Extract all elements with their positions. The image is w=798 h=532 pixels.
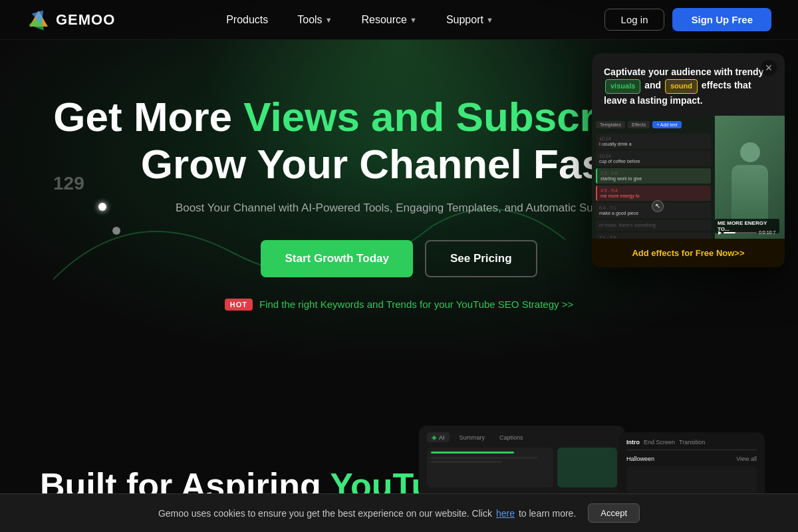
signup-button[interactable]: Sign Up Free	[672, 8, 771, 31]
video-card-tabs: ◈ AI Summary Captions	[427, 432, 617, 442]
end-screen-tab[interactable]: End Screen	[644, 439, 675, 446]
nav-support[interactable]: Support ▼	[434, 9, 505, 31]
start-growth-button[interactable]: Start Growth Today	[261, 240, 412, 277]
ai-tab[interactable]: ◈ AI	[427, 432, 450, 442]
captions-tab[interactable]: Captions	[495, 433, 528, 442]
transition-tab[interactable]: Transition	[679, 439, 705, 446]
cookie-link[interactable]: here	[496, 508, 515, 519]
see-pricing-button[interactable]: See Pricing	[425, 240, 537, 277]
popup-tag-sound: sound	[665, 79, 698, 94]
cookie-banner: Gemoo uses cookies to ensure you get the…	[0, 493, 798, 532]
summary-tab[interactable]: Summary	[455, 433, 490, 442]
login-button[interactable]: Log in	[604, 9, 665, 31]
popup-subtitle-editor: Templates Effects + Add text 10:14 I usu…	[592, 116, 715, 239]
logo-icon	[27, 8, 51, 32]
popup-header: Captivate your audience with trendy visu…	[592, 53, 785, 116]
halloween-label: Halloween	[626, 456, 654, 462]
popup-cta-button[interactable]: Add effects for Free Now>>	[632, 248, 744, 258]
nav-products[interactable]: Products	[214, 9, 280, 31]
popup-cta-area: Add effects for Free Now>>	[592, 239, 785, 267]
logo[interactable]: GEMOO	[27, 8, 115, 32]
video-card-secondary-tabs: Intro End Screen Transition	[626, 439, 757, 450]
nav-resource[interactable]: Resource ▼	[350, 9, 429, 31]
intro-tab[interactable]: Intro	[626, 439, 640, 446]
popup-overlay: × Captivate your audience with trendy vi…	[592, 53, 785, 267]
popup-person-image: ME MORE ENERGY TO... ▶ 0:0:10:7	[715, 116, 785, 239]
resource-arrow-icon: ▼	[410, 16, 417, 24]
popup-tag-visuals: visuals	[605, 79, 640, 94]
nav-links: Products Tools ▼ Resource ▼ Support ▼	[214, 9, 505, 31]
hero-hot-link: HOT Find the right Keywords and Trends f…	[53, 299, 745, 311]
popup-close-button[interactable]: ×	[761, 60, 777, 76]
cookie-accept-button[interactable]: Accept	[588, 503, 640, 523]
view-all-link[interactable]: View all	[736, 456, 757, 462]
hero-section: 129 Get More Views and Subscribers to Gr…	[0, 0, 798, 505]
popup-image-area: Templates Effects + Add text 10:14 I usu…	[592, 116, 785, 239]
nav-tools[interactable]: Tools ▼	[285, 9, 344, 31]
nav-actions: Log in Sign Up Free	[604, 8, 771, 31]
support-arrow-icon: ▼	[486, 16, 493, 24]
logo-text: GEMOO	[56, 11, 115, 29]
navbar: GEMOO Products Tools ▼ Resource ▼ Suppor…	[0, 0, 798, 40]
hot-badge: HOT	[225, 299, 253, 311]
tools-arrow-icon: ▼	[325, 16, 332, 24]
seo-strategy-link[interactable]: Find the right Keywords and Trends for y…	[259, 299, 573, 310]
